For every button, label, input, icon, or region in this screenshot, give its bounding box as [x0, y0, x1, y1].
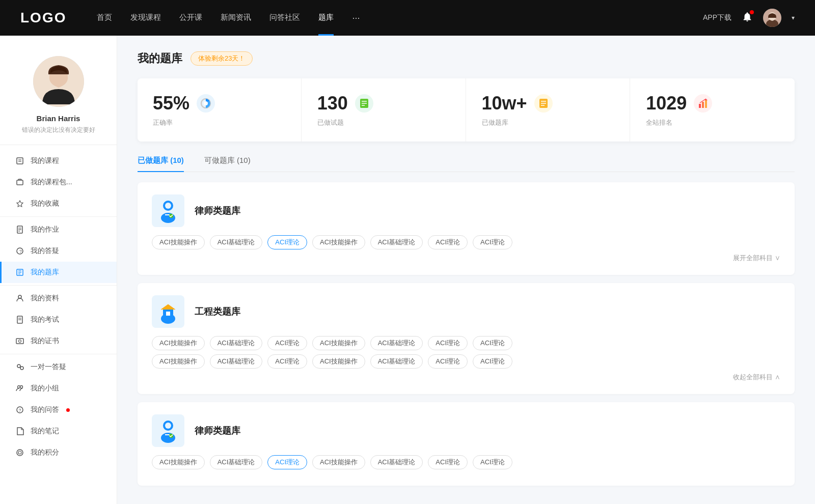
tag-item[interactable]: ACI技能操作 — [152, 336, 205, 350]
sidebar-item-qbank[interactable]: 我的题库 — [0, 262, 117, 283]
tab-done[interactable]: 已做题库 (10) — [138, 156, 184, 172]
myqa-icon: ? — [15, 405, 24, 414]
qbank-header: 律师类题库 — [152, 194, 780, 227]
tag-item[interactable]: ACI基础理论 — [210, 455, 263, 469]
sidebar-item-points[interactable]: 我的积分 — [0, 442, 117, 463]
sidebar-item-group[interactable]: 我的小组 — [0, 378, 117, 399]
sidebar-item-homework[interactable]: 我的作业 — [0, 219, 117, 240]
sidebar-item-profile[interactable]: 我的资料 — [0, 288, 117, 309]
logo[interactable]: LOGO — [20, 10, 66, 26]
collapse-link[interactable]: 收起全部科目 ∧ — [152, 373, 780, 382]
nav-news[interactable]: 新闻资讯 — [221, 13, 251, 23]
sidebar-motto: 错误的决定比没有决定要好 — [22, 126, 95, 134]
tag-item-active[interactable]: ACI理论 — [267, 455, 307, 469]
tag-item[interactable]: ACI技能操作 — [312, 336, 365, 350]
tags-row: ACI技能操作 ACI基础理论 ACI理论 ACI技能操作 ACI基础理论 AC… — [152, 455, 780, 469]
user-dropdown-icon[interactable]: ▾ — [792, 14, 795, 21]
tag-item[interactable]: ACI基础理论 — [370, 336, 423, 350]
sidebar-username: Brian Harris — [37, 114, 80, 123]
tag-item[interactable]: ACI基础理论 — [210, 354, 263, 369]
trial-badge: 体验剩余23天！ — [191, 51, 253, 66]
qbank-header: 工程类题库 — [152, 295, 780, 328]
lawyer-icon-2 — [156, 418, 180, 443]
sidebar-item-myqa[interactable]: ? 我的问答 — [0, 399, 117, 421]
tag-item[interactable]: ACI理论 — [428, 235, 468, 249]
sidebar-item-tutoring[interactable]: 一对一答疑 — [0, 356, 117, 378]
svg-point-35 — [204, 101, 208, 105]
stat-label: 已做题库 — [482, 118, 615, 127]
tag-item[interactable]: ACI理论 — [473, 455, 512, 469]
sidebar-divider — [0, 354, 117, 354]
sidebar-item-certificate[interactable]: 我的证书 — [0, 330, 117, 352]
tag-item[interactable]: ACI理论 — [428, 455, 468, 469]
sidebar-divider — [0, 216, 117, 217]
tag-item[interactable]: ACI基础理论 — [210, 235, 263, 249]
tags-row-2: ACI技能操作 ACI基础理论 ACI理论 ACI技能操作 ACI基础理论 AC… — [152, 354, 780, 369]
stat-done-banks: 10w+ 已做题库 — [467, 78, 631, 142]
stats-grid: 55% 正确率 130 — [138, 78, 795, 142]
tag-item[interactable]: ACI基础理论 — [370, 455, 423, 469]
svg-point-29 — [20, 386, 23, 388]
svg-rect-54 — [166, 312, 170, 316]
sidebar-item-mycourse[interactable]: 我的课程 — [0, 150, 117, 172]
sidebar-label: 我的问答 — [31, 405, 59, 414]
svg-point-50 — [165, 203, 171, 209]
tab-available[interactable]: 可做题库 (10) — [204, 156, 251, 172]
nav-qbank[interactable]: 题库 — [318, 13, 334, 23]
tag-item[interactable]: ACI技能操作 — [312, 235, 365, 249]
tag-item[interactable]: ACI理论 — [473, 354, 512, 369]
svg-rect-8 — [17, 180, 23, 185]
qbank-title: 律师类题库 — [195, 425, 240, 437]
notification-bell[interactable] — [742, 11, 753, 24]
tag-item[interactable]: ACI技能操作 — [152, 354, 205, 369]
homework-icon — [15, 225, 24, 234]
nav-discover[interactable]: 发现课程 — [130, 13, 161, 23]
tag-item[interactable]: ACI理论 — [267, 336, 307, 350]
sidebar-item-qa[interactable]: ? 我的答疑 — [0, 240, 117, 262]
sidebar-label: 我的资料 — [31, 294, 59, 303]
sidebar-item-notes[interactable]: 我的笔记 — [0, 421, 117, 442]
tag-item[interactable]: ACI技能操作 — [312, 455, 365, 469]
profile-icon — [15, 294, 24, 303]
nav-more[interactable]: ··· — [352, 13, 360, 23]
nav-links: 首页 发现课程 公开课 新闻资讯 问答社区 题库 ··· — [97, 13, 703, 23]
expand-link[interactable]: 展开全部科目 ∨ — [152, 254, 780, 263]
svg-rect-45 — [702, 102, 704, 108]
svg-point-32 — [17, 450, 23, 456]
qbank-header: 律师类题库 — [152, 414, 780, 447]
user-avatar[interactable] — [763, 9, 781, 27]
nav-opencourse[interactable]: 公开课 — [179, 13, 202, 23]
tag-item[interactable]: ACI基础理论 — [210, 336, 263, 350]
qbank-icon-wrap — [152, 194, 184, 227]
tag-item[interactable]: ACI理论 — [428, 354, 468, 369]
main-layout: Brian Harris 错误的决定比没有决定要好 我的课程 我的课程包... — [0, 36, 815, 504]
tag-item-active[interactable]: ACI理论 — [267, 235, 307, 249]
svg-text:?: ? — [19, 408, 21, 413]
qa-icon: ? — [15, 246, 24, 256]
tag-item[interactable]: ACI理论 — [473, 336, 512, 350]
favorites-icon — [15, 199, 24, 208]
svg-marker-9 — [17, 201, 23, 207]
sidebar-profile: Brian Harris 错误的决定比没有决定要好 — [0, 36, 117, 145]
tag-item[interactable]: ACI技能操作 — [312, 354, 365, 369]
tag-item[interactable]: ACI理论 — [428, 336, 468, 350]
app-download-button[interactable]: APP下载 — [703, 13, 731, 22]
tag-item[interactable]: ACI技能操作 — [152, 455, 205, 469]
tag-item[interactable]: ACI基础理论 — [370, 354, 423, 369]
stat-label: 正确率 — [153, 118, 286, 127]
sidebar-item-exam[interactable]: 我的考试 — [0, 309, 117, 330]
nav-qa[interactable]: 问答社区 — [269, 13, 300, 23]
page-header: 我的题库 体验剩余23天！ — [138, 51, 795, 66]
sidebar-item-favorites[interactable]: 我的收藏 — [0, 193, 117, 214]
sidebar-avatar — [33, 56, 84, 107]
engineer-icon — [156, 299, 180, 324]
stat-label: 全站排名 — [646, 118, 779, 127]
nav-home[interactable]: 首页 — [97, 13, 112, 23]
sidebar-item-coursepack[interactable]: 我的课程包... — [0, 172, 117, 193]
tag-item[interactable]: ACI理论 — [267, 354, 307, 369]
svg-point-57 — [165, 423, 171, 429]
tag-item[interactable]: ACI理论 — [473, 235, 512, 249]
tag-item[interactable]: ACI技能操作 — [152, 235, 205, 249]
stat-top: 55% — [153, 93, 286, 114]
tag-item[interactable]: ACI基础理论 — [370, 235, 423, 249]
